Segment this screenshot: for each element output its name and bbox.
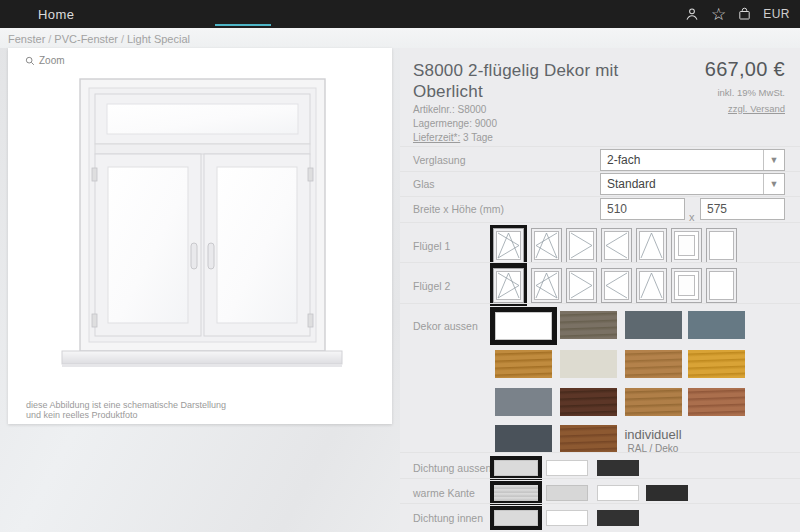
dekor-swatch-eiche-grau[interactable] <box>560 311 617 339</box>
verglasung-value: 2-fach <box>601 153 763 167</box>
configurator-panel: S8000 2-flügelig Dekor mit Oberlicht 667… <box>400 48 800 532</box>
dekor-swatch-golden-oak[interactable] <box>495 350 552 378</box>
image-caption-line2: und kein reelles Produktfoto <box>26 410 138 420</box>
row-separator <box>400 478 800 479</box>
home-menu[interactable]: Home <box>0 7 74 22</box>
chevron-down-icon: ▼ <box>763 174 784 194</box>
warme-kante-swatch-aluminium[interactable] <box>490 481 542 505</box>
label-fluegel2: Flügel 2 <box>413 280 450 292</box>
label-dichtung-innen: Dichtung innen <box>413 512 483 524</box>
dichtung-innen-swatch-weiss[interactable] <box>546 510 588 526</box>
magnifier-icon <box>25 56 35 66</box>
window-type-dreh-rechts-icon[interactable] <box>566 228 597 263</box>
label-size: Breite x Höhe (mm) <box>413 203 504 215</box>
window-type-dreh-kipp-rechts-icon[interactable] <box>531 268 562 303</box>
accent-underline <box>215 24 271 26</box>
dekor-swatch-basaltgrau[interactable] <box>625 311 682 339</box>
label-glas: Glas <box>413 178 435 190</box>
breadcrumb-item[interactable]: Fenster <box>8 33 45 45</box>
dichtung-aussen-swatch-grau[interactable] <box>490 456 542 480</box>
dekor-swatch-eiche-hell[interactable] <box>625 350 682 378</box>
breadcrumb: Fenster/PVC-Fenster/Light Special <box>8 33 190 45</box>
tax-note: inkl. 19% MwSt. <box>705 87 785 98</box>
delivery-link[interactable]: Lieferzeit*: <box>413 132 460 143</box>
dekor-swatch-eiche-natur[interactable] <box>625 388 682 416</box>
row-separator <box>400 171 800 172</box>
warme-kante-swatch-grau[interactable] <box>546 485 588 501</box>
account-icon[interactable] <box>684 6 700 22</box>
window-type-festverglasung-icon[interactable] <box>706 228 737 263</box>
dekor-swatch-anthrazit[interactable] <box>495 425 552 453</box>
window-type-dreh-kipp-links-icon[interactable] <box>490 225 527 266</box>
dekor-swatch-weiss[interactable] <box>490 307 557 345</box>
window-type-dreh-kipp-rechts-icon[interactable] <box>531 228 562 263</box>
warme-kante-swatch-schwarz[interactable] <box>646 485 688 501</box>
currency-selector[interactable]: EUR <box>763 7 790 21</box>
label-warme-kante: warme Kante <box>413 487 475 499</box>
dichtung-aussen-swatch-weiss[interactable] <box>546 460 588 476</box>
row-separator <box>400 196 800 197</box>
delivery: Lieferzeit*: 3 Tage <box>413 132 493 143</box>
product-image-card: Zoom <box>8 48 392 424</box>
price: 667,00 € <box>705 58 785 81</box>
zoom-label: Zoom <box>39 55 65 66</box>
product-title-line2: Oberlicht <box>413 81 663 102</box>
row-separator <box>400 303 800 304</box>
top-bar: Home ☆ EUR <box>0 0 800 28</box>
window-type-dreh-kipp-links-icon[interactable] <box>490 265 527 306</box>
breadcrumb-separator: / <box>45 33 54 45</box>
seal-swatch-color <box>494 460 538 476</box>
seal-swatch-color <box>494 510 538 526</box>
fluegel2-options <box>490 265 737 306</box>
dekor-swatch-teak[interactable] <box>560 425 617 453</box>
dekor-swatch-color <box>495 312 552 340</box>
dekor-swatch-cremeweiss[interactable] <box>560 350 617 378</box>
warme-kante-swatch-weiss[interactable] <box>597 485 639 501</box>
dichtung-aussen-swatch-schwarz[interactable] <box>597 460 639 476</box>
favorites-star-icon[interactable]: ☆ <box>711 6 726 23</box>
window-type-kipp-icon[interactable] <box>636 268 667 303</box>
sku: Artikelnr.: S8000 <box>413 104 486 115</box>
window-type-fest-im-fluegel-icon[interactable] <box>671 228 702 263</box>
dekor-swatch-nussbaum-dunkel[interactable] <box>560 388 617 416</box>
dichtung-innen-swatch-grau[interactable] <box>490 506 542 530</box>
verglasung-select[interactable]: 2-fach ▼ <box>600 149 785 171</box>
zoom-button[interactable]: Zoom <box>25 55 65 66</box>
chevron-down-icon: ▼ <box>763 150 784 170</box>
window-illustration <box>48 72 348 372</box>
product-title-line1: S8000 2-flügelig Dekor mit <box>413 60 663 81</box>
row-separator <box>400 503 800 504</box>
window-type-fest-im-fluegel-icon[interactable] <box>671 268 702 303</box>
price-block: 667,00 € inkl. 19% MwSt. zzgl. Versand <box>705 58 785 114</box>
fluegel1-options <box>490 225 737 266</box>
glas-select[interactable]: Standard ▼ <box>600 173 785 195</box>
window-type-dreh-links-icon[interactable] <box>601 228 632 263</box>
label-fluegel1: Flügel 1 <box>413 240 450 252</box>
dekor-swatch-blaugrau[interactable] <box>688 311 745 339</box>
delivery-value: 3 Tage <box>460 132 493 143</box>
dekor-swatch-honig-eiche[interactable] <box>688 350 745 378</box>
window-type-festverglasung-icon[interactable] <box>706 268 737 303</box>
label-dichtung-aussen: Dichtung aussen <box>413 462 491 474</box>
row-separator <box>400 262 800 263</box>
product-title: S8000 2-flügelig Dekor mit Oberlicht <box>413 60 663 102</box>
window-type-kipp-icon[interactable] <box>636 228 667 263</box>
breadcrumb-item[interactable]: Light Special <box>127 33 190 45</box>
glas-value: Standard <box>601 177 763 191</box>
row-separator <box>400 222 800 223</box>
dichtung-innen-swatch-schwarz[interactable] <box>597 510 639 526</box>
cart-bag-icon[interactable] <box>737 6 752 22</box>
stock: Lagermenge: 9000 <box>413 118 497 129</box>
breadcrumb-item[interactable]: PVC-Fenster <box>54 33 118 45</box>
label-verglasung: Verglasung <box>413 154 466 166</box>
row-separator <box>400 146 800 147</box>
height-input[interactable] <box>700 198 785 220</box>
dekor-swatch-silbergrau[interactable] <box>495 388 552 416</box>
window-type-dreh-rechts-icon[interactable] <box>566 268 597 303</box>
width-input[interactable] <box>600 198 685 220</box>
window-type-dreh-links-icon[interactable] <box>601 268 632 303</box>
shipping-link[interactable]: zzgl. Versand <box>705 103 785 114</box>
page: Home ☆ EUR Fenster/PVC-Fenster/Light Spe… <box>0 0 800 532</box>
dekor-swatch-kirschbaum[interactable] <box>688 388 745 416</box>
label-dekor-aussen: Dekor aussen <box>413 320 478 332</box>
